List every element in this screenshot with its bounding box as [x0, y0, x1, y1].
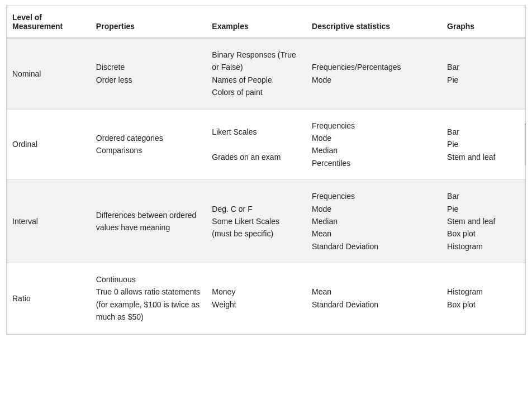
cell-examples: Money Weight	[206, 263, 306, 334]
cell-graphs: Bar Pie Stem and leaf Box plot Histogram	[441, 180, 525, 263]
cell-stats: Mean Standard Deviation	[306, 263, 441, 334]
cell-stats: Frequencies Mode Median Percentiles	[306, 109, 441, 180]
cell-graphs: Histogram Box plot	[441, 263, 525, 334]
cell-properties: Continuous True 0 allows ratio statement…	[91, 263, 207, 334]
cell-examples: Deg. C or F Some Likert Scales (must be …	[206, 180, 306, 263]
header-properties: Properties	[91, 6, 207, 38]
table-row: OrdinalOrdered categories ComparisonsLik…	[7, 109, 525, 180]
table-row: RatioContinuous True 0 allows ratio stat…	[7, 263, 525, 334]
cell-stats: Frequencies Mode Median Mean Standard De…	[306, 180, 441, 263]
table-row: IntervalDifferences between ordered valu…	[7, 180, 525, 263]
cell-graphs: Bar Pie Stem and leaf	[441, 109, 525, 180]
cell-level: Nominal	[7, 38, 91, 109]
header-examples: Examples	[206, 6, 306, 38]
cell-graphs: Bar Pie	[441, 38, 525, 109]
cell-properties: Ordered categories Comparisons	[91, 109, 207, 180]
header-stats: Descriptive statistics	[306, 6, 441, 38]
cell-properties: Differences between ordered values have …	[91, 180, 207, 263]
table-row: NominalDiscrete Order lessBinary Respons…	[7, 38, 525, 109]
header-level: Level of Measurement	[7, 6, 91, 38]
main-table-container: Level of Measurement Properties Examples…	[6, 6, 526, 335]
header-graphs: Graphs	[441, 6, 525, 38]
cell-level: Interval	[7, 180, 91, 263]
cell-examples: Binary Responses (True or False) Names o…	[206, 38, 306, 109]
header-row: Level of Measurement Properties Examples…	[7, 6, 525, 38]
cell-properties: Discrete Order less	[91, 38, 207, 109]
cell-examples: Likert Scales Grades on an exam	[206, 109, 306, 180]
cell-level: Ordinal	[7, 109, 91, 180]
cell-stats: Frequencies/Percentages Mode	[306, 38, 441, 109]
measurement-table: Level of Measurement Properties Examples…	[7, 6, 525, 334]
cell-level: Ratio	[7, 263, 91, 334]
